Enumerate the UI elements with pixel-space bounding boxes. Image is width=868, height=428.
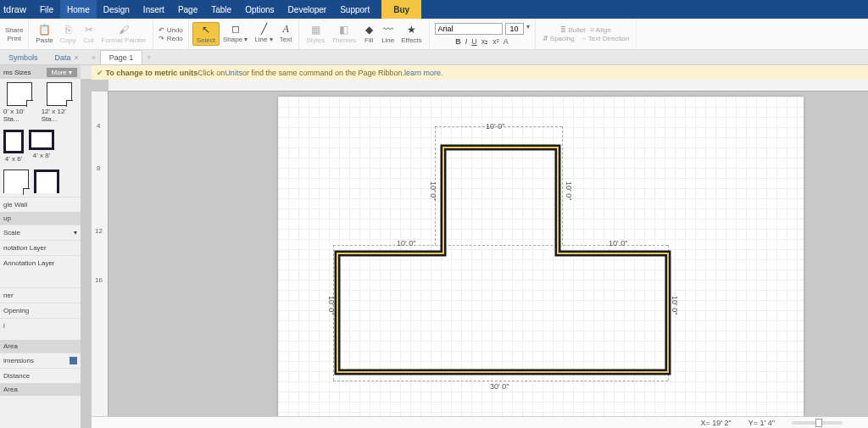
dim-upper-left: 10' 0" [429,181,437,200]
side-group-up: up [0,212,81,225]
ribbon-share-group: Share Print [0,19,29,49]
side-distance[interactable]: Distance [0,368,81,383]
zoom-slider[interactable] [792,421,843,425]
side-wall-label: gle Wall [0,197,81,212]
fill-button[interactable]: ◆Fill [359,23,378,45]
line-tool[interactable]: ╱ Line ▾ [251,22,275,46]
ribbon-clipboard-group: 📋 Paste ⎘ Copy ✂ Cut 🖌 Format Painter [29,19,153,49]
spacing-button[interactable]: ⇵ Spacing [542,35,575,42]
superscript-button[interactable]: x² [492,37,499,46]
copy-button[interactable]: ⎘ Copy [57,23,80,45]
cut-icon: ✂ [83,24,95,36]
menu-page[interactable]: Page [171,0,204,19]
side-dimensions[interactable]: imensions [0,353,81,368]
themes-icon: ◧ [338,24,350,36]
status-y: Y= 1' 4" [748,419,775,427]
shape-tool[interactable]: ◻ Shape ▾ [220,22,251,46]
text-icon: A [280,23,292,35]
format-painter-icon: 🖌 [118,24,130,36]
line-style-icon: 〰 [382,24,394,36]
room-thumb-1[interactable]: 0' x 10' Sta... [3,82,36,123]
side-opening[interactable]: Opening [0,303,81,318]
bullet-button[interactable]: ≣ Bullet [560,26,585,34]
learn-more-link[interactable]: learn more [404,69,441,77]
format-painter-button[interactable]: 🖌 Format Painter [98,23,150,45]
font-name-input[interactable] [435,23,503,35]
close-icon[interactable]: × [75,53,79,62]
ribbon-style-group: ▦Styles ◧Themes ◆Fill 〰Line ★Effects [299,19,429,49]
paste-button[interactable]: 📋 Paste [32,23,56,45]
more-button[interactable]: More ▾ [47,68,77,77]
font-color-button[interactable]: A [504,37,509,46]
tip-check-icon: ✔ [97,69,106,77]
document-tabs: Symbols Data× » Page 1 + [0,50,868,65]
side-area[interactable]: Area [0,340,81,353]
ribbon-undo-group: ↶ Undo ↷ Redo [153,19,188,49]
cut-button[interactable]: ✂ Cut [80,23,98,45]
bold-button[interactable]: B [455,37,461,46]
checkbox-icon[interactable] [70,357,77,364]
room-thumb-5[interactable] [3,170,29,193]
drawing-paper[interactable]: 10' 0" 10' 0" 10' 0" 10' 0" 10' 0" 10' 0… [278,97,804,416]
styles-icon: ▦ [309,24,321,36]
room-thumb-2[interactable]: 12' x 12' Sta... [42,82,77,123]
side-area2[interactable]: Area [0,383,81,396]
room-thumb-3[interactable]: 4' x 6' [3,130,24,163]
select-tool[interactable]: ↖ Select [192,22,220,46]
menu-file[interactable]: File [33,0,60,19]
dim-lower-left: 10' 0" [327,296,336,314]
effects-button[interactable]: ★Effects [398,23,425,45]
menu-support[interactable]: Support [333,0,376,19]
canvas-area[interactable]: 4 8 12 16 10' 0" 10' 0" 10' 0" 10' 0" 10… [92,80,868,416]
line-icon: ╱ [258,23,270,35]
units-link[interactable]: Units [225,69,242,77]
menu-design[interactable]: Design [97,0,136,19]
tip-lead: To change to metric units [106,69,198,77]
menu-options[interactable]: Options [238,0,281,19]
ribbon-font-group: ▾ B I U x₂ x² A [430,19,536,49]
buy-button[interactable]: Buy [381,0,421,19]
side-ner: ner [0,287,81,303]
themes-button[interactable]: ◧Themes [328,23,359,45]
room-thumb-6[interactable] [34,170,59,193]
menu-table[interactable]: Table [204,0,238,19]
styles-button[interactable]: ▦Styles [303,23,328,45]
menu-home[interactable]: Home [60,0,97,19]
status-x: X= 19' 2" [701,419,732,427]
side-l: l [0,318,81,333]
subscript-button[interactable]: x₂ [481,37,489,46]
cursor-icon: ↖ [200,24,212,36]
text-direction-button[interactable]: → Text Direction [580,35,630,42]
print-button[interactable]: Print [7,35,20,42]
floorplan-shape[interactable] [329,139,676,376]
text-tool[interactable]: A Text [276,22,296,46]
slider-knob[interactable] [815,419,822,427]
menu-insert[interactable]: Insert [136,0,171,19]
menu-developer[interactable]: Developer [281,0,334,19]
line-style-button[interactable]: 〰Line [378,23,398,45]
tab-nav-arrow[interactable]: » [87,53,100,62]
tab-symbols[interactable]: Symbols [0,50,47,64]
effects-icon: ★ [405,24,417,36]
side-notation-layer[interactable]: notation Layer [0,240,81,255]
redo-button[interactable]: ↷ Redo [159,35,182,42]
italic-button[interactable]: I [465,37,468,46]
undo-button[interactable]: ↶ Undo [159,26,182,34]
tab-data[interactable]: Data× [47,50,87,64]
dim-lower-right: 10' 0" [670,296,679,314]
room-thumb-4[interactable]: 4' x 8' [29,130,54,163]
underline-button[interactable]: U [471,37,477,46]
ruler-horizontal [108,80,868,92]
copy-icon: ⎘ [62,24,74,36]
dim-upper-right: 10' 0" [565,181,573,200]
side-annotation-layer[interactable]: Annotation Layer [0,255,81,270]
font-size-input[interactable] [505,23,524,35]
side-panel: ms Sizes More ▾ 0' x 10' Sta... 12' x 12… [0,65,81,428]
tab-add[interactable]: + [142,53,155,62]
side-scale[interactable]: Scale▾ [0,225,81,240]
tab-page1[interactable]: Page 1 [100,50,143,64]
dim-line [333,381,668,381]
align-button[interactable]: ≡ Align [590,26,610,34]
side-header: ms Sizes More ▾ [0,65,81,79]
share-button[interactable]: Share [5,26,23,34]
